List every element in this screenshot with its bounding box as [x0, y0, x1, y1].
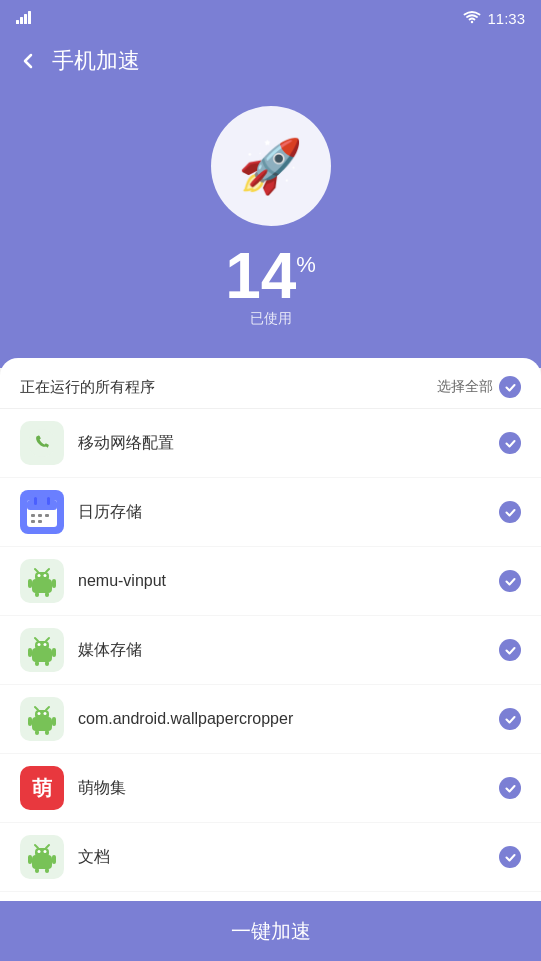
- percentage-symbol: %: [296, 252, 316, 278]
- svg-rect-22: [52, 579, 56, 588]
- list-item[interactable]: nemu-vinput: [0, 547, 541, 616]
- svg-rect-35: [45, 661, 49, 666]
- svg-rect-55: [52, 855, 56, 864]
- app-icon: [20, 421, 64, 465]
- app-name: com.android.wallpapercropper: [78, 710, 485, 728]
- select-all-button[interactable]: 选择全部: [437, 376, 521, 398]
- svg-rect-48: [32, 855, 52, 869]
- svg-rect-23: [35, 592, 39, 597]
- svg-line-31: [46, 638, 49, 641]
- accelerate-button[interactable]: 一键加速: [0, 901, 541, 961]
- check-icon: [499, 639, 521, 661]
- svg-line-19: [35, 569, 38, 572]
- svg-line-42: [46, 707, 49, 710]
- check-icon: [499, 432, 521, 454]
- svg-line-20: [46, 569, 49, 572]
- svg-rect-46: [45, 730, 49, 735]
- used-label: 已使用: [250, 310, 292, 328]
- app-header: 手机加速: [0, 36, 541, 86]
- svg-line-30: [35, 638, 38, 641]
- check-icon: [499, 846, 521, 868]
- svg-point-50: [38, 850, 41, 853]
- signal-icon: [16, 10, 32, 27]
- accelerate-label: 一键加速: [231, 918, 311, 945]
- svg-rect-54: [28, 855, 32, 864]
- list-title: 正在运行的所有程序: [20, 378, 155, 397]
- svg-rect-3: [28, 11, 31, 24]
- app-name: 萌物集: [78, 778, 485, 799]
- page-title: 手机加速: [52, 46, 140, 76]
- rocket-circle: 🚀: [211, 106, 331, 226]
- svg-rect-0: [16, 20, 19, 24]
- app-icon: [20, 490, 64, 534]
- svg-point-39: [38, 712, 41, 715]
- percentage-value: 14: [225, 244, 296, 308]
- svg-rect-27: [35, 641, 49, 650]
- select-all-label: 选择全部: [437, 378, 493, 396]
- svg-rect-32: [28, 648, 32, 657]
- rocket-icon: 🚀: [238, 136, 303, 197]
- svg-rect-49: [35, 848, 49, 857]
- svg-rect-37: [32, 717, 52, 731]
- app-name: 文档: [78, 847, 485, 868]
- svg-rect-1: [20, 17, 23, 24]
- app-icon: [20, 697, 64, 741]
- check-icon: [499, 777, 521, 799]
- svg-rect-45: [35, 730, 39, 735]
- svg-rect-7: [34, 497, 37, 505]
- svg-rect-6: [27, 500, 57, 510]
- svg-rect-9: [31, 514, 35, 517]
- svg-rect-38: [35, 710, 49, 719]
- svg-point-17: [38, 574, 41, 577]
- svg-point-40: [44, 712, 47, 715]
- status-time: 11:33: [487, 10, 525, 27]
- app-name: 移动网络配置: [78, 433, 485, 454]
- percentage-display: 14 %: [225, 244, 316, 308]
- list-item[interactable]: 日历存储: [0, 478, 541, 547]
- svg-line-41: [35, 707, 38, 710]
- app-name: 日历存储: [78, 502, 485, 523]
- check-icon: [499, 501, 521, 523]
- svg-rect-33: [52, 648, 56, 657]
- svg-line-53: [46, 845, 49, 848]
- svg-rect-24: [45, 592, 49, 597]
- select-all-check: [499, 376, 521, 398]
- svg-rect-8: [47, 497, 50, 505]
- hero-section: 🚀 14 % 已使用: [0, 86, 541, 368]
- app-icon: [20, 835, 64, 879]
- svg-rect-12: [31, 520, 35, 523]
- svg-point-28: [38, 643, 41, 646]
- svg-point-29: [44, 643, 47, 646]
- check-icon: [499, 570, 521, 592]
- svg-point-51: [44, 850, 47, 853]
- wifi-icon: [463, 11, 481, 25]
- list-item[interactable]: 媒体存储: [0, 616, 541, 685]
- list-item[interactable]: 文档: [0, 823, 541, 892]
- svg-rect-21: [28, 579, 32, 588]
- app-name: 媒体存储: [78, 640, 485, 661]
- svg-point-18: [44, 574, 47, 577]
- list-item[interactable]: com.android.wallpapercropper: [0, 685, 541, 754]
- app-list: 移动网络配置 日历存储: [0, 409, 541, 961]
- svg-line-52: [35, 845, 38, 848]
- status-bar: 11:33: [0, 0, 541, 36]
- list-item[interactable]: 移动网络配置: [0, 409, 541, 478]
- svg-rect-16: [35, 572, 49, 581]
- svg-rect-57: [45, 868, 49, 873]
- app-icon: [20, 628, 64, 672]
- svg-rect-56: [35, 868, 39, 873]
- svg-rect-13: [38, 520, 42, 523]
- check-icon: [499, 708, 521, 730]
- list-header: 正在运行的所有程序 选择全部: [0, 358, 541, 409]
- svg-rect-44: [52, 717, 56, 726]
- list-item[interactable]: 萌 萌物集: [0, 754, 541, 823]
- app-name: nemu-vinput: [78, 572, 485, 590]
- app-list-card: 正在运行的所有程序 选择全部 移动网络配置: [0, 358, 541, 961]
- app-icon: 萌: [20, 766, 64, 810]
- back-button[interactable]: [16, 49, 40, 73]
- svg-rect-43: [28, 717, 32, 726]
- app-icon: [20, 559, 64, 603]
- svg-rect-10: [38, 514, 42, 517]
- svg-rect-2: [24, 14, 27, 24]
- status-icons: 11:33: [463, 10, 525, 27]
